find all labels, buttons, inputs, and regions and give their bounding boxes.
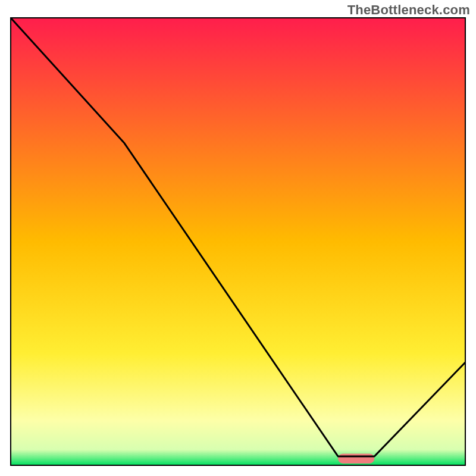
watermark-text: TheBottleneck.com bbox=[347, 2, 470, 18]
plot-background bbox=[11, 18, 465, 465]
highlight-bar bbox=[338, 453, 374, 464]
plot-area bbox=[11, 18, 465, 465]
chart-container: TheBottleneck.com bbox=[0, 0, 476, 476]
bottleneck-chart bbox=[0, 0, 476, 476]
